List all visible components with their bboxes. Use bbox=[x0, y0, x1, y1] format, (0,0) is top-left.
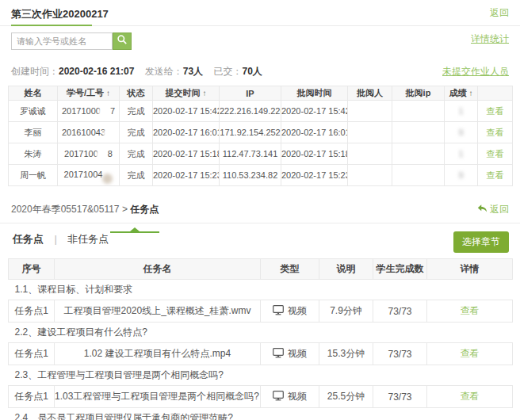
review-time: 2020-02-17 15:42 bbox=[281, 101, 348, 122]
col-status: 状态 bbox=[120, 86, 153, 101]
col-duration: 说明 bbox=[319, 259, 373, 280]
tasks-section: 2020年春季05517&05117 > 任务点 返回 任务点 | 非任务点 选… bbox=[0, 197, 520, 420]
task-seq: 任务点1 bbox=[9, 300, 55, 323]
view-link[interactable]: 查看 bbox=[461, 391, 480, 402]
active-tab-pointer-icon bbox=[130, 227, 140, 231]
chapter-title: 2.2、建设工程项目有什么特点? bbox=[9, 323, 513, 343]
back-link[interactable]: 返回 bbox=[490, 6, 509, 20]
col-type: 类型 bbox=[261, 259, 319, 280]
table-row: 罗诚诚 201710007 完成 2020-02-17 15:42 222.21… bbox=[9, 101, 513, 122]
chapter-row: 2.2、建设工程项目有什么特点? bbox=[9, 323, 513, 343]
submit-time: 2020-02-17 16:01 bbox=[153, 122, 220, 143]
sort-asc-icon[interactable]: ↑ bbox=[106, 89, 110, 97]
task-seq: 任务点1 bbox=[9, 343, 55, 365]
student-name: 李丽 bbox=[9, 122, 58, 143]
search-row: 详情统计 bbox=[11, 32, 509, 52]
tab-task-points[interactable]: 任务点 bbox=[11, 232, 45, 246]
submissions-header-row: 姓名 学号/工号↑ 状态 提交时间↑ IP 批阅时间 批阅人 批阅ip 成绩↑ bbox=[9, 86, 513, 101]
reviewer bbox=[348, 101, 392, 122]
review-ip bbox=[392, 101, 445, 122]
task-points-table: 序号 任务名 类型 说明 学生完成数 详情 1.1、课程目标、计划和要求 任务点… bbox=[8, 258, 513, 420]
review-time: 2020-02-17 15:23 bbox=[281, 165, 348, 186]
tabs: 任务点 | 非任务点 bbox=[11, 231, 110, 246]
search-input[interactable] bbox=[11, 32, 113, 50]
blur-redaction bbox=[105, 130, 115, 137]
homework-meta: 创建时间：2020-02-16 21:07 发送给：73人 已交：70人 未提交… bbox=[11, 65, 509, 78]
tab-non-task-points[interactable]: 非任务点 bbox=[66, 232, 110, 246]
col-name: 姓名 bbox=[9, 86, 58, 101]
submitted-label: 已交： bbox=[213, 66, 242, 77]
col-action bbox=[478, 86, 513, 101]
ip: 222.216.149.226 bbox=[220, 101, 281, 122]
sort-asc-icon[interactable]: ↑ bbox=[469, 89, 473, 97]
task-completed: 73/73 bbox=[373, 300, 427, 323]
table-row: 朱涛 20171008 完成 2020-02-17 15:18 112.47.7… bbox=[9, 143, 513, 165]
search-icon bbox=[117, 34, 128, 48]
task-row: 任务点1 1.03工程管理与工程项目管理是两个相同概念吗? .mp4 视频 25… bbox=[9, 386, 513, 408]
sent-label: 发送给： bbox=[145, 66, 183, 77]
task-duration: 7.9分钟 bbox=[319, 300, 373, 323]
col-submit-time[interactable]: 提交时间↑ bbox=[153, 86, 220, 101]
view-link[interactable]: 查看 bbox=[487, 106, 504, 116]
submit-time: 2020-02-17 15:18 bbox=[153, 143, 220, 165]
score: 9 bbox=[445, 165, 478, 186]
select-chapter-button[interactable]: 选择章节 bbox=[453, 231, 509, 253]
chapter-title: 1.1、课程目标、计划和要求 bbox=[9, 280, 513, 300]
tasks-toolbar: 任务点 | 非任务点 选择章节 bbox=[11, 231, 509, 255]
submitted-value: 70人 bbox=[242, 66, 262, 77]
page-title: 第三次作业20200217 bbox=[11, 7, 109, 21]
video-monitor-icon bbox=[273, 391, 284, 403]
col-reviewer: 批阅人 bbox=[348, 86, 392, 101]
col-seq: 序号 bbox=[9, 259, 55, 280]
student-id: 20171004 bbox=[58, 165, 120, 186]
col-ip: IP bbox=[220, 86, 281, 101]
view-link[interactable]: 查看 bbox=[487, 170, 504, 180]
student-id: 201610043 bbox=[58, 122, 120, 143]
breadcrumb-course[interactable]: 2020年春季05517&05117 bbox=[11, 204, 120, 215]
chapter-row: 2.4、是不是工程项目管理仅属于承包商的管理范畴? bbox=[9, 408, 513, 420]
reviewer bbox=[348, 165, 392, 186]
ip: 171.92.154.252 bbox=[220, 122, 281, 143]
ip: 110.53.234.82 bbox=[220, 165, 281, 186]
view-link[interactable]: 查看 bbox=[487, 149, 504, 158]
task-completed: 73/73 bbox=[373, 343, 427, 365]
created-label: 创建时间： bbox=[11, 66, 59, 77]
task-duration: 15.3分钟 bbox=[319, 343, 373, 365]
submissions-table: 姓名 学号/工号↑ 状态 提交时间↑ IP 批阅时间 批阅人 批阅ip 成绩↑ … bbox=[8, 86, 513, 186]
blur-redaction bbox=[102, 174, 113, 184]
task-row: 任务点1 工程项目管理2020线上_课程概述_桂萧.wmv 视频 7.9分钟 7… bbox=[9, 300, 513, 323]
blur-redaction bbox=[98, 151, 108, 158]
back-link[interactable]: 返回 bbox=[477, 203, 509, 216]
view-link[interactable]: 查看 bbox=[461, 348, 480, 359]
score: 9 bbox=[445, 122, 478, 143]
search-box bbox=[11, 32, 132, 50]
col-detail: 详情 bbox=[427, 259, 513, 280]
chapter-title: 2.4、是不是工程项目管理仅属于承包商的管理范畴? bbox=[9, 408, 513, 420]
status: 完成 bbox=[120, 122, 153, 143]
view-link[interactable]: 查看 bbox=[461, 305, 480, 316]
created-value: 2020-02-16 21:07 bbox=[59, 66, 134, 77]
search-button[interactable] bbox=[113, 32, 132, 50]
student-name: 周一帆 bbox=[9, 165, 58, 186]
col-student-id[interactable]: 学号/工号↑ bbox=[58, 86, 120, 101]
video-monitor-icon bbox=[273, 348, 284, 361]
tab-separator: | bbox=[54, 233, 56, 245]
col-score[interactable]: 成绩↑ bbox=[445, 86, 478, 101]
table-row: 李丽 201610043 完成 2020-02-17 16:01 171.92.… bbox=[9, 122, 513, 143]
student-id: 20171008 bbox=[58, 143, 120, 165]
stats-link[interactable]: 详情统计 bbox=[471, 32, 509, 46]
reply-arrow-icon bbox=[477, 204, 488, 216]
student-id: 201710007 bbox=[58, 101, 120, 122]
view-link[interactable]: 查看 bbox=[487, 128, 504, 137]
homework-section: 第三次作业20200217 返回 详情统计 创建时间：2020-02-16 21… bbox=[0, 0, 520, 186]
status: 完成 bbox=[120, 165, 153, 186]
task-name: 1.02 建设工程项目有什么特点.mp4 bbox=[55, 343, 261, 365]
unsubmitted-link[interactable]: 未提交作业人员 bbox=[442, 65, 509, 78]
student-name: 罗诚诚 bbox=[9, 101, 58, 122]
review-ip bbox=[392, 143, 445, 165]
submit-time: 2020-02-17 15:23 bbox=[153, 165, 220, 186]
breadcrumb-separator: > bbox=[122, 204, 128, 215]
sort-asc-icon[interactable]: ↑ bbox=[203, 89, 207, 97]
score: 1 bbox=[445, 143, 478, 165]
score: 1 bbox=[445, 101, 478, 122]
